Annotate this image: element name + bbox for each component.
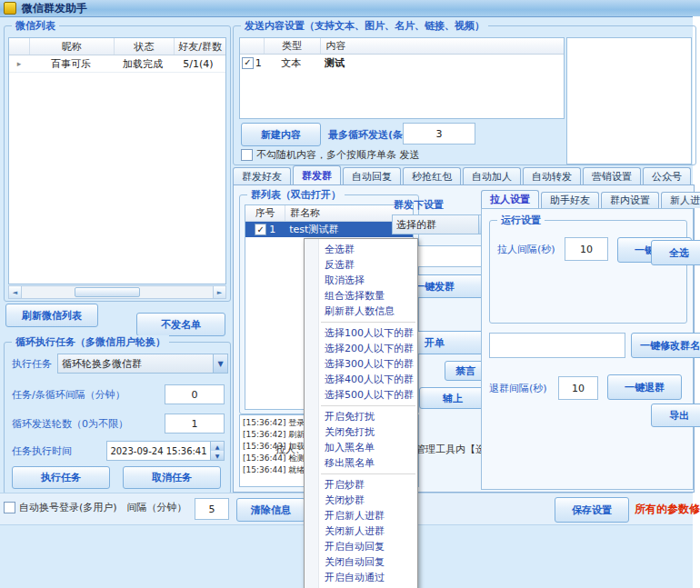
wechat-row-marker: ▸ (9, 59, 29, 68)
menu-item[interactable]: 关闭免打扰 (305, 424, 417, 440)
content-row-index: 1 (255, 57, 262, 69)
auto-login-label: 自动换号登录(多用户) 间隔（分钟） (19, 501, 187, 514)
scroll-right-icon[interactable]: ► (213, 286, 225, 298)
menu-item[interactable]: 选择500人以下的群 (305, 387, 417, 403)
tab-grab-redpacket[interactable]: 秒抢红包 (403, 167, 461, 185)
menu-item[interactable]: 开启自动通过 (305, 570, 417, 585)
wechat-col-select (9, 38, 30, 55)
task-time-picker[interactable]: 2023-09-24 15:36:41 ▲▼ (106, 441, 225, 461)
menu-item[interactable]: 全选群 (305, 242, 417, 257)
wechat-list-table[interactable]: 昵称 状态 好友/群数 ▸ 百事可乐 加载完成 5/1(4) (8, 37, 226, 284)
quit-interval-label: 退群间隔(秒) (489, 382, 547, 395)
tab-send-groups[interactable]: 群发群 (293, 165, 341, 185)
select-all-button[interactable]: 全选 (651, 240, 700, 265)
pull-settings-page: 运行设置 拉人间隔(秒) 10 一键设置 全选 一键修改群名 退群间隔(秒) 1… (481, 208, 694, 490)
menu-item[interactable]: 关闭炒群 (305, 493, 417, 508)
tab-official-account[interactable]: 公众号 (643, 167, 691, 185)
content-col-content: 内容 (321, 38, 564, 54)
wechat-col-nick: 昵称 (30, 38, 115, 55)
save-settings-button[interactable]: 保存设置 (555, 497, 629, 523)
assist-top-button[interactable]: 辅上 (419, 387, 486, 409)
menu-item[interactable]: 选择300人以下的群 (305, 356, 417, 372)
loop-send-input[interactable]: 3 (403, 123, 475, 145)
pull-interval-label: 拉人间隔(秒) (497, 243, 555, 256)
menu-item[interactable]: 取消选择 (305, 273, 417, 288)
tab-pull-settings[interactable]: 拉人设置 (481, 190, 539, 208)
send-target-dropdown[interactable]: 选择的群 ▼ (392, 214, 494, 234)
wechat-row-counts: 5/1(4) (173, 58, 224, 70)
cancel-task-button[interactable]: 取消任务 (123, 466, 221, 489)
clear-log-button[interactable]: 清除信息 (236, 498, 305, 522)
auto-login-checkbox[interactable] (4, 502, 15, 513)
tab-send-friends[interactable]: 群发好友 (233, 167, 291, 185)
random-content-option[interactable]: 不勾随机内容，多个按顺序单条 发送 (241, 148, 420, 162)
menu-item[interactable]: 关闭自动回复 (305, 554, 417, 570)
auto-login-interval-input[interactable]: 5 (195, 498, 229, 520)
group-row-checkbox[interactable]: ✓ (255, 224, 266, 235)
rename-group-button[interactable]: 一键修改群名 (631, 333, 700, 358)
content-row-type: 文本 (264, 56, 319, 70)
tab-newcomer[interactable]: 新人进群 (661, 192, 700, 208)
content-panel: 发送内容设置（支持文本、图片、名片、链接、视频） 类型 内容 ✓ 1 文本 测试… (233, 25, 696, 165)
menu-item[interactable]: 关闭新人进群 (305, 523, 417, 539)
start-task-button[interactable]: 执行任务 (12, 466, 110, 489)
titlebar[interactable]: 微信群发助手 (0, 0, 700, 17)
random-content-checkbox[interactable] (241, 149, 253, 161)
wechat-row[interactable]: ▸ 百事可乐 加载完成 5/1(4) (9, 55, 225, 73)
menu-item[interactable]: 选择100人以下的群 (305, 325, 417, 341)
exec-task-dropdown[interactable]: 循环轮换多微信群 ▼ (57, 354, 228, 374)
tab-marketing-settings[interactable]: 营销设置 (583, 167, 641, 185)
loop-send-label: 最多循环发送(条) (328, 128, 407, 142)
time-spinner[interactable]: ▲▼ (210, 442, 224, 460)
content-row-content: 测试 (319, 56, 564, 70)
new-content-button[interactable]: 新建内容 (241, 123, 321, 146)
quit-group-button[interactable]: 一键退群 (607, 374, 682, 400)
group-context-menu: 全选群 反选群 取消选择 组合选择数量 刷新群人数信息 选择100人以下的群 选… (304, 238, 418, 588)
spinner-up-icon[interactable]: ▲ (211, 442, 224, 451)
wechat-list-hscrollbar[interactable]: ◄ ► (8, 285, 226, 299)
main-tab-strip: 群发好友 群发群 自动回复 秒抢红包 自动加人 自动转发 营销设置 公众号 (233, 166, 693, 185)
tab-auto-add[interactable]: 自动加人 (463, 167, 521, 185)
menu-item[interactable]: 反选群 (305, 257, 417, 273)
right-tab-strip: 拉人设置 助手好友 群内设置 新人进群 踢人 (481, 191, 700, 208)
menu-item[interactable]: 组合选择数量 (305, 288, 417, 304)
menu-item[interactable]: 开启免打扰 (305, 409, 417, 424)
group-row[interactable]: ✓ 1 test测试群 (245, 222, 413, 237)
task-rounds-input[interactable]: 1 (165, 414, 225, 434)
menu-item[interactable]: 移出黑名单 (305, 455, 417, 471)
menu-item[interactable]: 加入黑名单 (305, 440, 417, 455)
task-panel-title: 循环执行任务（多微信用户轮换） (12, 335, 169, 349)
menu-item[interactable]: 开启新人进群 (305, 508, 417, 523)
rename-input[interactable] (489, 333, 625, 358)
tab-group-settings[interactable]: 群内设置 (601, 192, 659, 208)
menu-separator (321, 322, 415, 323)
content-col-type: 类型 (265, 38, 321, 54)
task-interval-input[interactable]: 0 (165, 384, 225, 404)
content-row[interactable]: ✓ 1 文本 测试 (240, 55, 564, 71)
spinner-down-icon[interactable]: ▼ (211, 451, 224, 460)
content-row-checkbox[interactable]: ✓ (242, 57, 254, 69)
task-interval-label: 任务/条循环间隔（分钟） (12, 388, 125, 402)
tab-auto-reply[interactable]: 自动回复 (343, 167, 401, 185)
content-table[interactable]: 类型 内容 ✓ 1 文本 测试 (239, 37, 565, 119)
pull-interval-input[interactable]: 10 (565, 237, 608, 261)
group-list-title: 群列表（双击打开） (247, 188, 345, 202)
scroll-thumb[interactable] (75, 287, 140, 297)
no-send-list-button[interactable]: 不发名单 (136, 313, 225, 336)
task-time-value: 2023-09-24 15:36:41 (107, 446, 210, 456)
scroll-left-icon[interactable]: ◄ (9, 286, 22, 298)
tab-assist-friends[interactable]: 助手好友 (541, 192, 599, 208)
chevron-down-icon[interactable]: ▼ (213, 354, 227, 373)
quit-interval-input[interactable]: 10 (558, 376, 598, 400)
exec-task-value: 循环轮换多微信群 (62, 357, 213, 371)
export-button[interactable]: 导出 (651, 404, 700, 427)
auto-login-option[interactable]: 自动换号登录(多用户) 间隔（分钟） (4, 501, 187, 514)
menu-item[interactable]: 选择200人以下的群 (305, 341, 417, 356)
wechat-list-panel: 微信列表 昵称 状态 好友/群数 ▸ 百事可乐 加载完成 5/1(4) ◄ ► (4, 25, 231, 302)
menu-item[interactable]: 开启自动回复 (305, 539, 417, 554)
menu-item[interactable]: 开启炒群 (305, 477, 417, 493)
menu-item[interactable]: 刷新群人数信息 (305, 304, 417, 319)
tab-auto-forward[interactable]: 自动转发 (523, 167, 581, 185)
refresh-wechat-list-button[interactable]: 刷新微信列表 (5, 304, 98, 327)
menu-item[interactable]: 选择400人以下的群 (305, 372, 417, 387)
